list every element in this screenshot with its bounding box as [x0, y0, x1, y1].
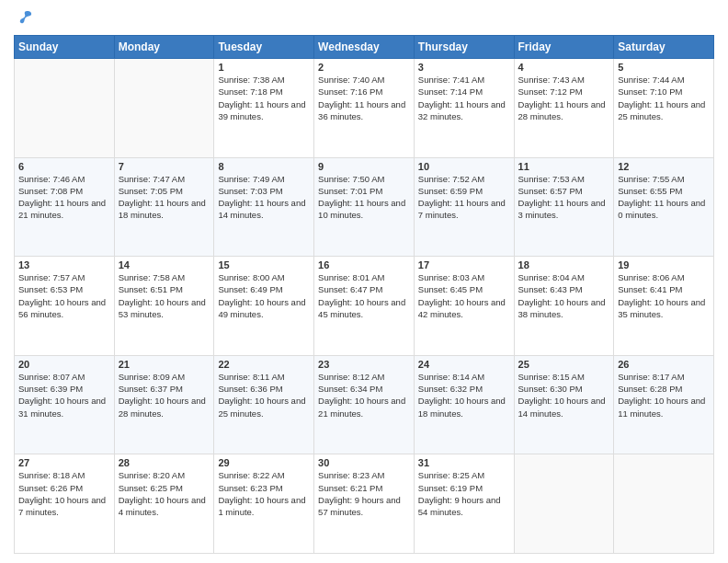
day-info: Sunrise: 8:12 AM Sunset: 6:34 PM Dayligh… [318, 371, 410, 419]
sunset-text: Sunset: 6:39 PM [18, 384, 83, 394]
day-number: 22 [218, 359, 310, 370]
daylight-text: Daylight: 10 hours and 31 minutes. [18, 396, 106, 418]
calendar-week-row: 13 Sunrise: 7:57 AM Sunset: 6:53 PM Dayl… [15, 257, 714, 356]
daylight-text: Daylight: 10 hours and 53 minutes. [119, 297, 206, 319]
day-number: 14 [119, 259, 210, 270]
day-number: 15 [218, 259, 310, 270]
sunset-text: Sunset: 7:08 PM [18, 186, 83, 196]
day-number: 2 [318, 62, 410, 73]
day-number: 30 [318, 457, 410, 468]
sunrise-text: Sunrise: 8:23 AM [318, 470, 384, 480]
sunset-text: Sunset: 7:01 PM [318, 186, 382, 196]
sunrise-text: Sunrise: 8:01 AM [318, 272, 384, 282]
sunset-text: Sunset: 7:03 PM [218, 186, 282, 196]
sunset-text: Sunset: 6:59 PM [418, 186, 483, 196]
day-number: 16 [318, 259, 410, 270]
day-of-week-header: Saturday [614, 36, 714, 59]
sunset-text: Sunset: 6:19 PM [418, 483, 483, 493]
day-number: 23 [318, 359, 410, 370]
sunrise-text: Sunrise: 8:00 AM [218, 272, 284, 282]
sunset-text: Sunset: 6:43 PM [518, 284, 583, 294]
day-info: Sunrise: 8:03 AM Sunset: 6:45 PM Dayligh… [418, 271, 510, 320]
day-info: Sunrise: 7:47 AM Sunset: 7:05 PM Dayligh… [119, 173, 210, 222]
calendar-day-cell: 17 Sunrise: 8:03 AM Sunset: 6:45 PM Dayl… [414, 257, 514, 356]
calendar-day-cell: 25 Sunrise: 8:15 AM Sunset: 6:30 PM Dayl… [514, 355, 614, 454]
calendar-day-cell [114, 59, 214, 158]
calendar-day-cell [15, 59, 115, 158]
sunrise-text: Sunrise: 7:58 AM [119, 272, 185, 282]
calendar-day-cell: 4 Sunrise: 7:43 AM Sunset: 7:12 PM Dayli… [514, 59, 614, 158]
calendar-day-cell: 15 Sunrise: 8:00 AM Sunset: 6:49 PM Dayl… [214, 257, 314, 356]
day-info: Sunrise: 8:07 AM Sunset: 6:39 PM Dayligh… [18, 371, 110, 419]
sunrise-text: Sunrise: 8:15 AM [518, 372, 585, 382]
daylight-text: Daylight: 11 hours and 14 minutes. [218, 198, 305, 220]
logo [14, 9, 34, 28]
day-info: Sunrise: 8:20 AM Sunset: 6:25 PM Dayligh… [119, 469, 210, 518]
sunset-text: Sunset: 6:47 PM [318, 284, 382, 294]
sunset-text: Sunset: 6:25 PM [119, 483, 183, 493]
day-number: 26 [618, 359, 710, 370]
day-info: Sunrise: 8:22 AM Sunset: 6:23 PM Dayligh… [218, 469, 310, 518]
day-number: 13 [18, 259, 110, 270]
day-info: Sunrise: 7:43 AM Sunset: 7:12 PM Dayligh… [518, 74, 610, 122]
day-number: 29 [218, 457, 310, 468]
day-info: Sunrise: 8:09 AM Sunset: 6:37 PM Dayligh… [119, 371, 210, 419]
calendar-day-cell: 11 Sunrise: 7:53 AM Sunset: 6:57 PM Dayl… [514, 157, 614, 257]
day-number: 10 [418, 161, 510, 172]
day-info: Sunrise: 8:01 AM Sunset: 6:47 PM Dayligh… [318, 271, 410, 320]
logo-bird-icon [16, 9, 34, 28]
day-number: 25 [518, 359, 610, 370]
day-number: 9 [318, 161, 410, 172]
sunrise-text: Sunrise: 8:06 AM [618, 272, 684, 282]
calendar-day-cell: 30 Sunrise: 8:23 AM Sunset: 6:21 PM Dayl… [314, 454, 415, 554]
day-number: 31 [418, 457, 510, 468]
sunrise-text: Sunrise: 7:57 AM [18, 272, 85, 282]
sunset-text: Sunset: 6:26 PM [18, 483, 83, 493]
daylight-text: Daylight: 11 hours and 28 minutes. [518, 99, 606, 121]
day-info: Sunrise: 8:11 AM Sunset: 6:36 PM Dayligh… [218, 371, 310, 419]
sunset-text: Sunset: 6:21 PM [318, 483, 382, 493]
day-info: Sunrise: 8:18 AM Sunset: 6:26 PM Dayligh… [18, 469, 110, 518]
sunset-text: Sunset: 6:37 PM [119, 384, 183, 394]
sunrise-text: Sunrise: 7:46 AM [18, 174, 85, 184]
daylight-text: Daylight: 10 hours and 38 minutes. [518, 297, 606, 319]
sunset-text: Sunset: 6:30 PM [518, 384, 583, 394]
calendar-header-row: SundayMondayTuesdayWednesdayThursdayFrid… [15, 36, 714, 59]
day-of-week-header: Wednesday [314, 36, 415, 59]
day-of-week-header: Thursday [414, 36, 514, 59]
calendar-day-cell: 1 Sunrise: 7:38 AM Sunset: 7:18 PM Dayli… [214, 59, 314, 158]
day-info: Sunrise: 7:41 AM Sunset: 7:14 PM Dayligh… [418, 74, 510, 122]
sunrise-text: Sunrise: 8:25 AM [418, 470, 484, 480]
sunrise-text: Sunrise: 8:03 AM [418, 272, 484, 282]
day-number: 17 [418, 259, 510, 270]
calendar-day-cell: 6 Sunrise: 7:46 AM Sunset: 7:08 PM Dayli… [15, 157, 115, 257]
sunset-text: Sunset: 6:57 PM [518, 186, 583, 196]
daylight-text: Daylight: 11 hours and 39 minutes. [218, 99, 305, 121]
daylight-text: Daylight: 10 hours and 56 minutes. [18, 297, 106, 319]
sunset-text: Sunset: 6:53 PM [18, 284, 83, 294]
day-info: Sunrise: 8:04 AM Sunset: 6:43 PM Dayligh… [518, 271, 610, 320]
calendar-day-cell: 8 Sunrise: 7:49 AM Sunset: 7:03 PM Dayli… [214, 157, 314, 257]
day-number: 4 [518, 62, 610, 73]
daylight-text: Daylight: 10 hours and 1 minute. [218, 495, 305, 517]
daylight-text: Daylight: 11 hours and 32 minutes. [418, 99, 506, 121]
calendar-day-cell [514, 454, 614, 554]
daylight-text: Daylight: 11 hours and 0 minutes. [618, 198, 705, 220]
sunrise-text: Sunrise: 8:20 AM [119, 470, 185, 480]
calendar-week-row: 20 Sunrise: 8:07 AM Sunset: 6:39 PM Dayl… [15, 355, 714, 454]
calendar-day-cell: 18 Sunrise: 8:04 AM Sunset: 6:43 PM Dayl… [514, 257, 614, 356]
calendar-day-cell: 24 Sunrise: 8:14 AM Sunset: 6:32 PM Dayl… [414, 355, 514, 454]
sunset-text: Sunset: 6:49 PM [218, 284, 282, 294]
day-info: Sunrise: 8:17 AM Sunset: 6:28 PM Dayligh… [618, 371, 710, 419]
calendar-day-cell: 7 Sunrise: 7:47 AM Sunset: 7:05 PM Dayli… [114, 157, 214, 257]
calendar-day-cell: 13 Sunrise: 7:57 AM Sunset: 6:53 PM Dayl… [15, 257, 115, 356]
sunrise-text: Sunrise: 7:38 AM [218, 75, 284, 85]
sunrise-text: Sunrise: 7:43 AM [518, 75, 585, 85]
sunset-text: Sunset: 7:18 PM [218, 86, 282, 97]
daylight-text: Daylight: 11 hours and 3 minutes. [518, 198, 606, 220]
daylight-text: Daylight: 11 hours and 21 minutes. [18, 198, 106, 220]
daylight-text: Daylight: 10 hours and 42 minutes. [418, 297, 506, 319]
day-number: 28 [119, 457, 210, 468]
sunset-text: Sunset: 7:16 PM [318, 86, 382, 97]
calendar-table: SundayMondayTuesdayWednesdayThursdayFrid… [14, 35, 714, 554]
